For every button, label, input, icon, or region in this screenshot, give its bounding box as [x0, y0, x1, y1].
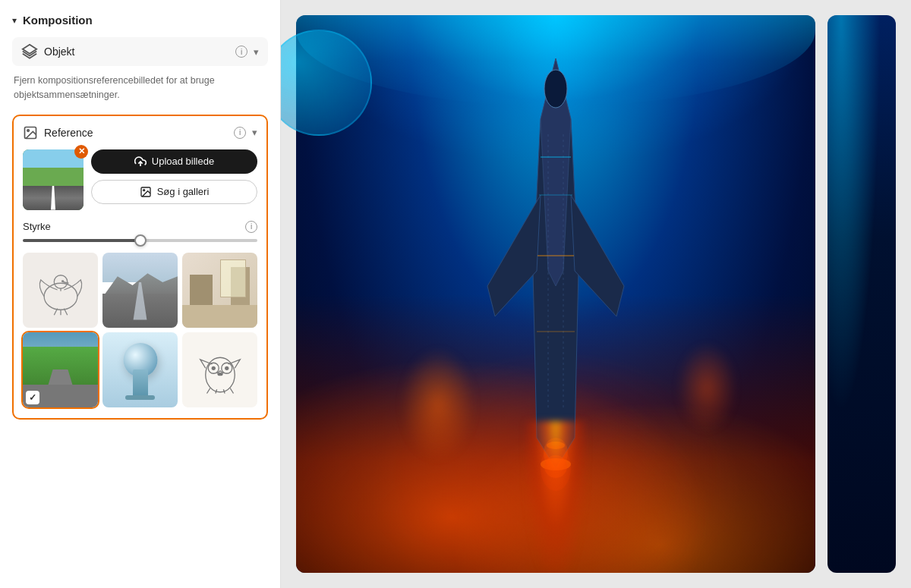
- svg-point-13: [211, 366, 215, 370]
- svg-point-14: [225, 366, 229, 370]
- reference-row-right: i ▾: [234, 127, 257, 139]
- gallery-button[interactable]: Søg i galleri: [91, 180, 257, 204]
- gallery-icon: [140, 186, 152, 198]
- layers-icon: [21, 43, 38, 60]
- objekt-row-right: i ▾: [235, 46, 259, 58]
- thumbnail-container: ✕: [23, 149, 84, 210]
- svg-point-2: [27, 129, 30, 131]
- grid-item-landscape[interactable]: [102, 253, 178, 328]
- styrke-slider[interactable]: [23, 239, 257, 242]
- upload-button[interactable]: Upload billede: [91, 149, 257, 174]
- objekt-info-icon[interactable]: i: [235, 46, 247, 58]
- reference-thumbnail: [23, 149, 84, 210]
- gallery-button-label: Søg i galleri: [157, 186, 210, 197]
- owl-drawing-icon: [194, 343, 247, 396]
- svg-point-6: [44, 283, 77, 310]
- objekt-chevron[interactable]: ▾: [254, 46, 259, 58]
- reference-box: Reference i ▾ ✕: [12, 115, 268, 420]
- svg-point-7: [54, 275, 68, 289]
- description-text: Fjern kompositionsreferencebilledet for …: [12, 74, 268, 102]
- section-header-komposition[interactable]: ▾ Komposition: [12, 14, 268, 27]
- fire-left: [400, 347, 476, 461]
- styrke-row: Styrke i: [23, 221, 257, 233]
- thumbnail-close-button[interactable]: ✕: [74, 145, 88, 159]
- grid-item-interior[interactable]: [182, 253, 257, 328]
- chevron-down-icon: ▾: [12, 15, 17, 26]
- right-panel: [281, 0, 911, 588]
- landscape-thumbnail: [102, 253, 178, 328]
- upload-icon: [134, 156, 147, 168]
- reference-row-left: Reference: [23, 125, 93, 140]
- image-grid: ✓: [23, 253, 257, 407]
- selected-check-icon: ✓: [26, 391, 39, 404]
- svg-point-5: [143, 189, 144, 190]
- engine-flame: [525, 421, 586, 573]
- grid-item-road[interactable]: ✓: [23, 332, 98, 407]
- slider-container: [23, 239, 257, 242]
- reference-section-icon: [23, 125, 38, 140]
- upload-buttons-group: Upload billede Søg i galleri: [91, 149, 257, 204]
- reference-label: Reference: [44, 127, 93, 139]
- svg-point-15: [217, 373, 222, 376]
- section-title: Komposition: [23, 14, 93, 27]
- side-image-bg: [827, 15, 896, 573]
- grid-item-bird[interactable]: [23, 253, 98, 328]
- main-image-bg: [296, 15, 815, 573]
- interior-thumbnail: [182, 253, 257, 328]
- thumbnail-road-img: [23, 149, 84, 210]
- owl-thumbnail: [182, 332, 257, 407]
- bird-drawing-icon: [34, 263, 87, 316]
- sphere-thumbnail: [102, 332, 178, 407]
- svg-point-18: [544, 70, 567, 108]
- styrke-info-icon[interactable]: i: [245, 221, 257, 233]
- fire-right: [676, 342, 737, 433]
- styrke-label: Styrke: [23, 221, 51, 232]
- grid-item-sphere[interactable]: [102, 332, 178, 407]
- objekt-label: Objekt: [44, 46, 74, 58]
- upload-area: ✕ Upload billede: [23, 149, 257, 210]
- bird-thumbnail: [23, 253, 98, 328]
- objekt-row-left: Objekt: [21, 43, 74, 60]
- left-panel: ▾ Komposition Objekt i ▾ Fjern kompositi…: [0, 0, 281, 588]
- grid-item-owl[interactable]: [182, 332, 257, 407]
- close-icon: ✕: [78, 146, 85, 156]
- side-image-container: [827, 15, 896, 573]
- objekt-row: Objekt i ▾: [12, 37, 268, 66]
- slider-thumb[interactable]: [134, 234, 147, 247]
- upload-button-label: Upload billede: [152, 156, 214, 167]
- main-image-container: [296, 15, 815, 573]
- reference-header-row: Reference i ▾: [23, 125, 257, 140]
- reference-info-icon[interactable]: i: [234, 127, 246, 139]
- reference-chevron[interactable]: ▾: [252, 127, 257, 138]
